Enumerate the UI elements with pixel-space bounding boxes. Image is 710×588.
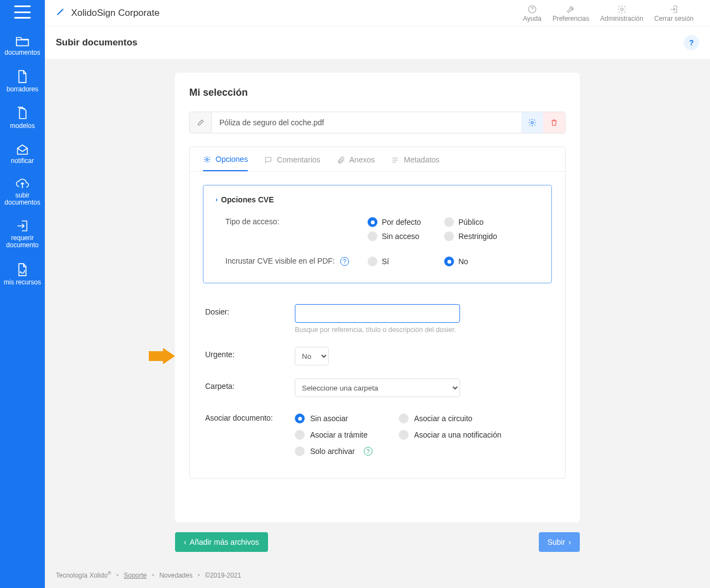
radio-sin-acceso[interactable]: Sin acceso: [368, 229, 444, 243]
help-hint-icon[interactable]: ?: [340, 257, 349, 266]
edit-filename-button[interactable]: [190, 112, 212, 133]
help-button[interactable]: Ayuda: [517, 4, 547, 22]
file-bar: Póliza de seguro del coche.pdf: [189, 112, 566, 133]
cve-title: Opciones CVE: [221, 195, 273, 204]
button-label: Añadir más archivos: [190, 538, 259, 546]
paperclip-icon: [337, 156, 345, 164]
chevron-left-icon: ‹: [184, 538, 187, 546]
tab-opciones[interactable]: Opciones: [203, 155, 248, 171]
svg-point-1: [620, 8, 623, 10]
carpeta-select[interactable]: Seleccione una carpeta: [295, 379, 460, 397]
gear-small-icon: [203, 155, 211, 164]
tab-label: Comentarios: [277, 155, 320, 164]
topbar: XolidoSign Corporate Ayuda Preferencias: [45, 0, 710, 26]
add-more-files-button[interactable]: ‹ Añadir más archivos: [175, 532, 268, 552]
svg-point-2: [531, 121, 533, 124]
topact-label: Preferencias: [552, 15, 589, 22]
login-icon: [0, 219, 45, 232]
callout-arrow-icon: [149, 348, 175, 366]
sidebar: documentos borradores modelos notificar: [0, 0, 45, 588]
logout-button[interactable]: Cerrar sesión: [649, 4, 699, 22]
help-hint-icon[interactable]: ?: [364, 447, 373, 456]
topact-label: Ayuda: [523, 15, 542, 22]
chevron-right-icon: ›: [216, 196, 218, 203]
preferences-button[interactable]: Preferencias: [547, 4, 595, 22]
brand-label: XolidoSign Corporate: [71, 8, 160, 19]
urgente-select[interactable]: No Sí: [295, 347, 329, 365]
sidebar-item-requerir-documento[interactable]: requerir documento: [0, 214, 45, 257]
radio-publico[interactable]: Público: [444, 215, 521, 229]
chevron-right-icon: ›: [568, 538, 571, 546]
footer-tech: Tecnología Xolido: [56, 572, 108, 579]
tabs: Opciones Comentarios Anexo: [190, 147, 565, 172]
radio-restringido[interactable]: Restringido: [444, 229, 521, 243]
folder-icon: [0, 35, 45, 47]
sidebar-item-label: notificar: [0, 158, 45, 165]
tab-metadatos[interactable]: Metadatos: [391, 155, 439, 171]
radio-embed-si[interactable]: Sí: [368, 254, 444, 269]
cve-embed-label: Incrustar CVE visible en el PDF: ?: [225, 254, 368, 266]
radio-asociar-tramite[interactable]: Asociar a trámite: [295, 427, 399, 443]
svg-marker-4: [149, 348, 175, 364]
documents-icon: [0, 106, 45, 120]
sidebar-item-label: documentos: [0, 49, 45, 56]
urgente-label: Urgente:: [205, 347, 295, 359]
sidebar-item-modelos[interactable]: modelos: [0, 101, 45, 137]
sidebar-item-label: mis recursos: [0, 279, 45, 286]
footer-copyright: ©2019-2021: [205, 572, 241, 579]
cve-access-radiogroup: Por defecto Público Sin acceso Restringi…: [368, 215, 539, 243]
carpeta-label: Carpeta:: [205, 379, 295, 391]
footer-support-link[interactable]: Soporte: [124, 572, 147, 579]
asociar-radiogroup: Sin asociar Asociar a circuito Asociar a…: [295, 410, 550, 459]
wrench-icon: [566, 4, 576, 15]
file-settings-button[interactable]: [521, 112, 543, 133]
dosier-input[interactable]: [295, 304, 460, 323]
sidebar-item-notificar[interactable]: notificar: [0, 138, 45, 172]
cve-access-label: Tipo de acceso:: [225, 215, 368, 226]
submit-button[interactable]: Subir ›: [539, 532, 580, 552]
sidebar-item-label: borradores: [0, 86, 45, 93]
pen-icon: [56, 7, 66, 19]
cve-embed-radiogroup: Sí No: [368, 254, 539, 269]
cloud-upload-icon: [0, 178, 45, 190]
list-icon: [391, 156, 399, 164]
sidebar-item-borradores[interactable]: borradores: [0, 64, 45, 101]
radio-sin-asociar[interactable]: Sin asociar: [295, 410, 399, 427]
dosier-label: Dosier:: [205, 304, 295, 316]
file-name: Póliza de seguro del coche.pdf: [212, 112, 521, 133]
sidebar-item-label: modelos: [0, 123, 45, 130]
radio-asociar-notificacion[interactable]: Asociar a una notificación: [399, 427, 503, 443]
brand: XolidoSign Corporate: [56, 7, 160, 19]
comment-icon: [264, 156, 272, 164]
tab-anexos[interactable]: Anexos: [337, 155, 375, 171]
footer: Tecnología Xolido® • Soporte • Novedades…: [45, 563, 710, 587]
selection-card: Mi selección Póliza de seguro del coche.…: [175, 73, 580, 522]
logout-icon: [669, 4, 679, 15]
footer-news: Novedades: [159, 572, 193, 579]
sidebar-item-label: subir documentos: [0, 192, 45, 206]
tab-comentarios[interactable]: Comentarios: [264, 155, 320, 171]
gear-icon: [617, 4, 627, 15]
page-help-button[interactable]: ?: [684, 35, 699, 50]
sidebar-item-subir-documentos[interactable]: subir documentos: [0, 172, 45, 214]
radio-embed-no[interactable]: No: [444, 254, 521, 269]
sidebar-item-mis-recursos[interactable]: mis recursos: [0, 257, 45, 294]
asociar-label: Asociar documento:: [205, 410, 295, 422]
dosier-hint: Busque por referencia, título o descripc…: [295, 326, 550, 334]
selection-title: Mi selección: [189, 87, 566, 98]
page-header: Subir documentos ?: [45, 26, 710, 60]
tab-label: Opciones: [216, 155, 248, 164]
file-refresh-icon: [0, 263, 45, 277]
cve-options-box: › Opciones CVE Tipo de acceso: Por defec…: [203, 185, 552, 283]
radio-asociar-circuito[interactable]: Asociar a circuito: [399, 410, 503, 427]
document-icon: [0, 69, 45, 84]
radio-solo-archivar[interactable]: Solo archivar?: [295, 443, 399, 459]
sidebar-item-label: requerir documento: [0, 235, 45, 249]
button-label: Subir: [548, 538, 566, 546]
menu-toggle-button[interactable]: [14, 5, 31, 19]
radio-por-defecto[interactable]: Por defecto: [368, 215, 444, 229]
sidebar-item-documentos[interactable]: documentos: [0, 30, 45, 64]
file-delete-button[interactable]: [543, 112, 565, 133]
tab-label: Anexos: [350, 155, 375, 164]
administration-button[interactable]: Administración: [595, 4, 649, 22]
